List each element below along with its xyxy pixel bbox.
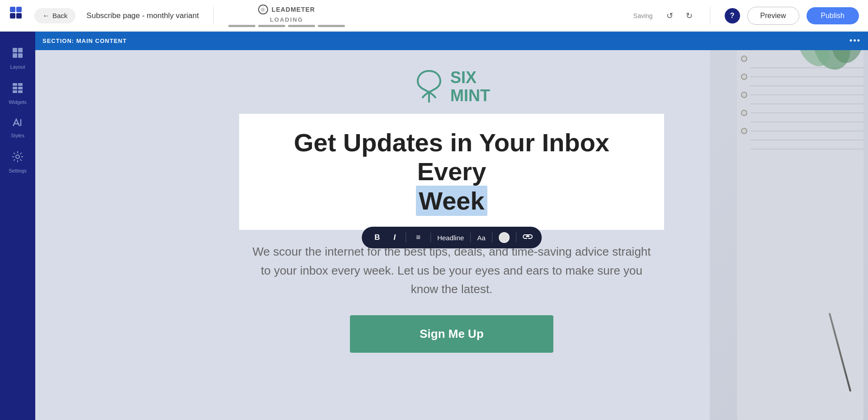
svg-rect-2 bbox=[10, 13, 15, 19]
saving-status: Saving bbox=[633, 12, 653, 19]
style-label[interactable]: Headline bbox=[437, 234, 464, 242]
help-button[interactable]: ? bbox=[725, 8, 740, 23]
publish-button[interactable]: Publish bbox=[807, 7, 859, 24]
page-title: Subscribe page - monthly variant bbox=[86, 11, 199, 20]
section-label: SECTION: MAIN CONTENT bbox=[42, 37, 127, 44]
headline-text: Get Updates in Your Inbox Every Week bbox=[257, 128, 646, 215]
svg-rect-1 bbox=[16, 7, 22, 12]
bold-button[interactable]: B bbox=[371, 231, 383, 244]
headline-part1: Get Updates in Your Inbox Every bbox=[294, 128, 609, 186]
format-toolbar: B I ≡ Headline Aa bbox=[362, 227, 542, 248]
topbar: ← Back Subscribe page - monthly variant … bbox=[0, 0, 868, 32]
sidebar-item-styles[interactable]: Styles bbox=[0, 111, 35, 145]
preview-button[interactable]: Preview bbox=[747, 7, 799, 25]
headline-week: Week bbox=[416, 186, 487, 216]
back-arrow-icon: ← bbox=[42, 12, 50, 20]
sidebar-item-layout[interactable]: Layout bbox=[0, 41, 35, 76]
svg-rect-0 bbox=[10, 7, 15, 12]
svg-rect-3 bbox=[16, 13, 22, 19]
toolbar-divider2 bbox=[430, 233, 431, 243]
back-label: Back bbox=[52, 12, 67, 19]
svg-rect-5 bbox=[18, 48, 23, 52]
svg-rect-9 bbox=[18, 83, 23, 86]
toolbar-divider4 bbox=[492, 233, 492, 243]
sidebar-widgets-label: Widgets bbox=[9, 99, 27, 105]
loading-bars bbox=[228, 25, 345, 27]
brand-name: SIX MINT bbox=[450, 69, 490, 104]
layout-icon bbox=[12, 47, 24, 61]
leadmeter-icon: ◎ bbox=[258, 5, 268, 14]
toolbar-divider3 bbox=[470, 233, 471, 243]
section-header: SECTION: MAIN CONTENT ••• bbox=[35, 32, 868, 50]
brand-logo: SIX MINT bbox=[413, 69, 490, 105]
italic-button[interactable]: I bbox=[390, 231, 400, 244]
svg-rect-12 bbox=[13, 90, 17, 93]
sidebar-layout-label: Layout bbox=[10, 64, 25, 70]
svg-rect-6 bbox=[13, 53, 17, 58]
svg-rect-11 bbox=[18, 87, 23, 89]
brand-name-line2: MINT bbox=[450, 87, 490, 105]
leadmeter-section: ◎ LEADMETER LOADING bbox=[228, 5, 345, 27]
leadmeter-label: LEADMETER bbox=[272, 6, 315, 13]
main-layout: Layout Widgets bbox=[0, 32, 868, 420]
redo-button[interactable]: ↻ bbox=[683, 8, 695, 23]
svg-rect-10 bbox=[13, 87, 17, 89]
toolbar-divider5 bbox=[516, 233, 516, 243]
topbar-divider2 bbox=[710, 7, 710, 25]
settings-icon bbox=[12, 151, 24, 165]
align-button[interactable]: ≡ bbox=[412, 231, 424, 244]
svg-rect-8 bbox=[13, 83, 17, 86]
widgets-icon bbox=[12, 82, 24, 97]
section-menu-button[interactable]: ••• bbox=[849, 36, 861, 46]
link-button[interactable] bbox=[523, 233, 533, 243]
toolbar-divider1 bbox=[406, 233, 406, 243]
styles-icon bbox=[12, 117, 24, 130]
svg-point-16 bbox=[16, 155, 19, 159]
back-button[interactable]: ← Back bbox=[34, 8, 75, 23]
sidebar-settings-label: Settings bbox=[9, 168, 27, 173]
svg-rect-4 bbox=[13, 48, 17, 52]
brand-name-line1: SIX bbox=[450, 69, 490, 87]
app-logo bbox=[9, 6, 27, 26]
canvas-content: SIX MINT Get Updates in Your Inbox Every… bbox=[35, 51, 868, 420]
cta-button[interactable]: Sign Me Up bbox=[350, 315, 553, 353]
description-text: We scour the internet for the best tips,… bbox=[248, 243, 655, 299]
loading-label: LOADING bbox=[270, 16, 303, 23]
canvas-area: SECTION: MAIN CONTENT ••• bbox=[35, 32, 868, 420]
topbar-divider bbox=[213, 7, 214, 25]
svg-rect-13 bbox=[18, 90, 23, 93]
headline-box[interactable]: Get Updates in Your Inbox Every Week bbox=[239, 114, 664, 230]
sidebar-item-settings[interactable]: Settings bbox=[0, 145, 35, 180]
sidebar-styles-label: Styles bbox=[11, 133, 24, 138]
content-panel: SIX MINT Get Updates in Your Inbox Every… bbox=[230, 69, 673, 353]
sidebar-item-widgets[interactable]: Widgets bbox=[0, 76, 35, 111]
svg-rect-7 bbox=[18, 53, 23, 58]
font-size-label[interactable]: Aa bbox=[477, 234, 485, 242]
undo-button[interactable]: ↺ bbox=[664, 8, 676, 23]
sidebar: Layout Widgets bbox=[0, 32, 35, 420]
color-picker-button[interactable] bbox=[499, 232, 509, 243]
